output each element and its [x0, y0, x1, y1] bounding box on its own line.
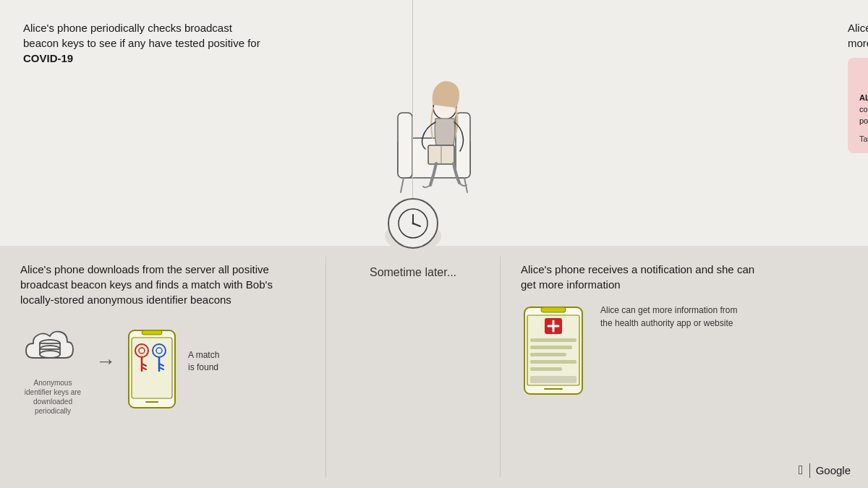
notification-card: ✚ ALERT: you have recently come in conta… [848, 58, 868, 153]
footer-brand:  Google [799, 463, 851, 478]
bottom-right-content: Alice can get more information from the … [521, 304, 848, 398]
alice-sitting-illustration [376, 73, 492, 196]
svg-rect-46 [530, 367, 562, 371]
top-right-content: ✚ ALERT: you have recently come in conta… [848, 58, 868, 202]
svg-rect-37 [541, 307, 566, 312]
svg-rect-1 [398, 113, 412, 178]
match-found-text: A match is found [188, 349, 219, 374]
apple-logo:  [799, 463, 804, 478]
svg-rect-42 [530, 338, 576, 342]
cloud-database-wrap: Anonymous identifier keys are downloaded… [20, 322, 85, 416]
arrow-right-icon: → [95, 350, 116, 373]
alert-label: ALERT: [859, 93, 868, 102]
phone-keys-wrap [126, 328, 178, 411]
cross-icon: ✚ [859, 68, 868, 87]
svg-rect-45 [530, 360, 576, 364]
svg-point-17 [40, 351, 60, 358]
svg-rect-20 [132, 338, 172, 398]
top-right-title: Alice sees a notification on her phone w… [848, 20, 868, 51]
clock-icon [388, 198, 438, 249]
notification-text: ALERT: you have recently come in contact… [859, 93, 868, 127]
svg-line-34 [413, 223, 420, 226]
svg-rect-19 [142, 330, 162, 335]
top-left-title-bold: COVID-19 [23, 52, 73, 64]
svg-rect-44 [530, 353, 566, 356]
phone-notification-icon [521, 304, 586, 398]
bottom-right-panel: Alice's phone receives a notification an… [501, 246, 868, 488]
phone-keys-icon [126, 328, 178, 411]
tap-info-text: Tap for more information --> [859, 134, 868, 143]
google-label: Google [816, 464, 851, 476]
svg-rect-47 [530, 376, 576, 383]
clock-container [385, 221, 441, 252]
svg-line-6 [401, 178, 404, 192]
bottom-right-title: Alice's phone receives a notification an… [521, 262, 767, 292]
top-right-panel: Alice sees a notification on her phone w… [825, 0, 868, 246]
center-panel: Sometime later... [326, 246, 500, 488]
sometime-later-text: Sometime later... [370, 266, 456, 279]
cloud-label: Anonymous identifier keys are downloaded… [20, 378, 85, 416]
bottom-left-title: Alice's phone downloads from the server … [20, 262, 295, 307]
svg-point-35 [412, 223, 414, 225]
top-left-title: Alice's phone periodically checks broadc… [23, 20, 269, 66]
bottom-left-icons: Anonymous identifier keys are downloaded… [20, 322, 305, 416]
top-left-title-text: Alice's phone periodically checks broadc… [23, 22, 260, 49]
svg-rect-43 [530, 346, 572, 349]
bottom-right-desc: Alice can get more information from the … [600, 304, 745, 330]
cloud-database-icon [22, 322, 84, 372]
bottom-left-panel: Alice's phone downloads from the server … [0, 246, 326, 488]
brand-divider [809, 463, 810, 478]
